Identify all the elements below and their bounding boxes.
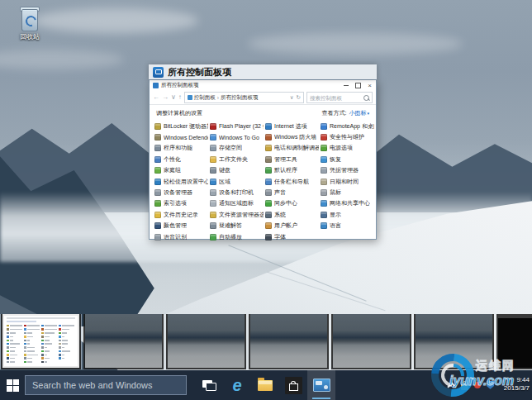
recycle-bin-icon bbox=[19, 5, 40, 31]
control-panel-item[interactable]: 工作文件夹 bbox=[208, 154, 264, 164]
control-panel-item[interactable]: 电源选项 bbox=[319, 143, 374, 154]
control-panel-item[interactable]: 日期和时间 bbox=[319, 176, 374, 187]
up-button[interactable]: ↑ bbox=[178, 94, 182, 101]
taskbar-clock[interactable]: 9:44 2015/3/7 bbox=[504, 376, 530, 393]
taskbar: e bbox=[0, 370, 532, 400]
window-thumbnail-desktop-image[interactable] bbox=[250, 314, 327, 368]
control-panel-item-label: 任务栏和导航 bbox=[274, 178, 309, 186]
recycle-bin-desktop-icon[interactable]: 回收站 bbox=[7, 5, 53, 41]
control-panel-item[interactable]: 颜色管理 bbox=[153, 221, 208, 231]
control-panel-item[interactable]: RemoteApp 和桌面连接 bbox=[319, 121, 374, 131]
control-panel-item[interactable]: 轻松使用设置中心 bbox=[153, 176, 208, 187]
control-panel-item-label: 鼠标 bbox=[330, 188, 341, 197]
control-panel-search-input[interactable] bbox=[310, 95, 363, 101]
control-panel-item[interactable]: 系统 bbox=[264, 209, 319, 220]
show-hidden-icons-button[interactable] bbox=[447, 382, 456, 391]
mouse-icon bbox=[321, 189, 327, 196]
window-thumbnail-desktop-image[interactable] bbox=[416, 314, 492, 368]
back-button[interactable]: ← bbox=[153, 94, 159, 101]
control-panel-item-label: 网络和共享中心 bbox=[330, 199, 370, 207]
control-panel-item[interactable]: 鼠标 bbox=[319, 187, 374, 198]
control-panel-item[interactable]: BitLocker 驱动器加密 bbox=[153, 121, 208, 131]
breadcrumb-root[interactable]: 控制面板 bbox=[194, 94, 216, 102]
control-panel-item-label: Internet 选项 bbox=[274, 122, 307, 131]
control-panel-item[interactable]: 文件资源管理器选项 bbox=[208, 209, 264, 220]
control-panel-item[interactable]: Windows Defender bbox=[153, 131, 208, 142]
breadcrumb-current[interactable]: 所有控制面板项 bbox=[221, 94, 259, 102]
control-panel-item[interactable]: 语音识别 bbox=[153, 231, 208, 242]
recent-pages-dropdown-icon[interactable]: ∨ bbox=[171, 94, 176, 101]
control-panel-item[interactable]: 键盘 bbox=[208, 165, 264, 176]
control-panel-item[interactable]: 区域 bbox=[208, 176, 264, 187]
control-panel-item[interactable]: 设备管理器 bbox=[153, 187, 208, 198]
control-panel-item[interactable]: 任务栏和导航 bbox=[264, 176, 319, 187]
recycle-bin-label: 回收站 bbox=[7, 32, 53, 41]
control-panel-item-label: Windows Defender bbox=[164, 135, 208, 140]
language-icon bbox=[321, 222, 327, 229]
window-thumbnail-control-panel-window[interactable] bbox=[2, 314, 79, 368]
minimize-icon[interactable] bbox=[344, 85, 349, 86]
control-panel-item[interactable]: 网络和共享中心 bbox=[319, 198, 374, 209]
task-view-button[interactable] bbox=[195, 370, 223, 400]
control-panel-item[interactable]: 存储空间 bbox=[208, 143, 264, 154]
system-icon bbox=[265, 212, 272, 218]
control-panel-item[interactable]: Flash Player (32 位) bbox=[208, 121, 264, 131]
restore-icon[interactable] bbox=[355, 83, 361, 88]
control-panel-item[interactable]: Internet 选项 bbox=[264, 121, 319, 131]
taskbar-search-box[interactable] bbox=[25, 375, 187, 395]
window-thumbnail-desktop-image[interactable] bbox=[168, 314, 245, 368]
close-icon[interactable]: × bbox=[368, 83, 372, 89]
control-panel-item[interactable]: 声音 bbox=[264, 187, 319, 198]
control-panel-item[interactable]: 文件历史记录 bbox=[153, 209, 208, 220]
control-panel-item[interactable]: 疑难解答 bbox=[208, 221, 264, 231]
control-panel-item[interactable]: 电话和调制解调器 bbox=[264, 143, 319, 154]
window-thumbnail-desktop-image[interactable] bbox=[85, 314, 162, 368]
control-panel-item[interactable]: 自动播放 bbox=[208, 231, 264, 242]
control-panel-item[interactable]: 显示 bbox=[319, 209, 374, 220]
control-panel-item[interactable]: 管理工具 bbox=[264, 154, 319, 164]
address-bar[interactable]: 控制面板 › 所有控制面板项 ∨ ↻ bbox=[184, 92, 304, 103]
control-panel-item[interactable]: 通知区域图标 bbox=[208, 198, 264, 209]
control-panel-item-label: 管理工具 bbox=[274, 155, 297, 164]
window-thumbnail-desktop-image[interactable] bbox=[333, 314, 410, 368]
control-panel-item-label: BitLocker 驱动器加密 bbox=[164, 122, 208, 131]
address-dropdown-icon[interactable]: ∨ bbox=[290, 94, 294, 101]
internet-explorer-button[interactable]: e bbox=[223, 370, 251, 400]
control-panel-item[interactable]: 同步中心 bbox=[264, 198, 319, 209]
control-panel-item-label: 文件资源管理器选项 bbox=[219, 211, 264, 219]
store-button[interactable] bbox=[279, 370, 307, 400]
tray-shield-icon[interactable] bbox=[487, 381, 494, 389]
view-by-dropdown[interactable]: 小图标 ▾ bbox=[349, 109, 369, 117]
control-panel-taskbar-button[interactable] bbox=[307, 370, 335, 400]
control-panel-item-label: 安全性与维护 bbox=[330, 133, 364, 141]
forward-button[interactable]: → bbox=[162, 94, 169, 101]
control-panel-item[interactable]: 家庭组 bbox=[153, 165, 208, 176]
control-panel-item[interactable]: 凭据管理器 bbox=[319, 165, 374, 176]
control-panel-item[interactable]: 设备和打印机 bbox=[208, 187, 264, 198]
control-panel-item[interactable]: 安全性与维护 bbox=[319, 131, 374, 142]
control-panel-item[interactable]: 默认程序 bbox=[264, 165, 319, 176]
refresh-icon[interactable]: ↻ bbox=[297, 94, 301, 101]
control-panel-item[interactable]: 恢复 bbox=[319, 154, 374, 164]
control-panel-item-label: 显示 bbox=[330, 211, 341, 219]
control-panel-item-label: 程序和功能 bbox=[164, 144, 192, 152]
default-programs-icon bbox=[265, 167, 272, 174]
control-panel-search-box[interactable] bbox=[306, 92, 373, 103]
control-panel-item-label: 默认程序 bbox=[274, 166, 297, 174]
tray-security-icon[interactable] bbox=[461, 384, 468, 390]
file-explorer-button[interactable] bbox=[251, 370, 279, 400]
taskbar-search-input[interactable] bbox=[32, 380, 179, 390]
control-panel-item[interactable]: 语言 bbox=[319, 221, 374, 231]
control-panel-item[interactable]: Windows To Go bbox=[208, 131, 264, 142]
control-panel-item-label: Windows To Go bbox=[219, 135, 259, 140]
control-panel-item[interactable]: 用户帐户 bbox=[264, 221, 319, 231]
window-thumbnail-black-window[interactable] bbox=[498, 314, 532, 368]
control-panel-item[interactable]: 程序和功能 bbox=[153, 143, 208, 154]
remoteapp-icon bbox=[321, 123, 327, 130]
control-panel-item[interactable]: 个性化 bbox=[153, 154, 208, 164]
tray-app-icon[interactable] bbox=[474, 382, 481, 388]
start-button[interactable] bbox=[0, 370, 25, 400]
control-panel-item[interactable]: 字体 bbox=[264, 231, 319, 242]
control-panel-item[interactable]: 索引选项 bbox=[153, 198, 208, 209]
control-panel-item[interactable]: Windows 防火墙 bbox=[264, 131, 319, 142]
